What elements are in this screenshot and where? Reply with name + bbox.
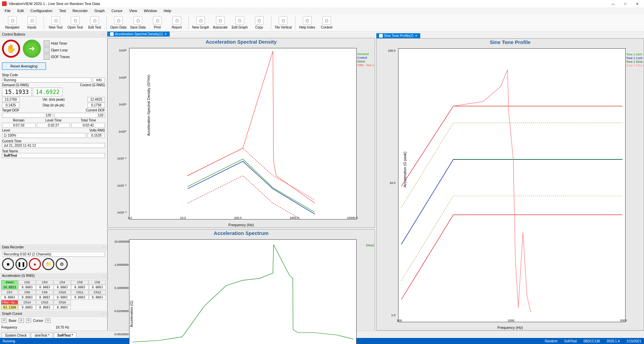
acc-value: 0.0003 [36, 305, 53, 310]
acc-value: 0.0003 [54, 285, 71, 290]
status-running: Running [3, 339, 15, 343]
cursor-next[interactable]: > [45, 318, 51, 323]
toolbar-icon: ▢ [322, 16, 331, 25]
toolbar-print[interactable]: ▢Print [149, 16, 166, 29]
acceleration-table: DirectCh2Ch3Ch4Ch5Ch614.69230.00030.0003… [0, 279, 107, 311]
toolbar-tile-vertical[interactable]: ▢Tile Vertical [275, 16, 292, 29]
stop-button[interactable]: ✋ [2, 40, 20, 58]
idof-traces-checkbox[interactable] [44, 54, 50, 60]
acc-header: Ch7 [1, 290, 18, 295]
close-icon[interactable]: ✕ [415, 34, 418, 38]
menu-window[interactable]: Window [141, 8, 160, 13]
cursor-panel-header: Graph Cursor [0, 311, 107, 317]
toolbar-new-graph[interactable]: ▢New Graph [192, 16, 209, 29]
toolbar-icon: ▢ [8, 16, 17, 25]
acc-value: 0.0003 [71, 295, 88, 300]
acc-header: Ch4 [54, 280, 71, 285]
control-value: 14.6922 [33, 88, 62, 96]
sine-chart[interactable]: Acceleration (G peak) [398, 48, 626, 322]
hold-timer-checkbox[interactable] [44, 40, 50, 46]
toolbar-icon: ▢ [196, 16, 205, 25]
toolbar-icon: ▢ [255, 16, 264, 25]
toolbar-icon: ▢ [71, 16, 79, 25]
menu-view[interactable]: View [126, 8, 140, 13]
cursor-prev[interactable]: < [26, 318, 31, 323]
toolbar-icon: ▢ [114, 16, 123, 25]
recorder-open-button[interactable]: 📁 [42, 258, 54, 270]
spectrum-chart-title: Acceleration Spectrum [108, 230, 375, 237]
recorder-status: Recording 0:02:42 (2 Channels) [2, 252, 105, 257]
menu-configuration[interactable]: Configuration [28, 8, 55, 13]
toolbar-edit-graph[interactable]: ▢Edit Graph [231, 16, 248, 29]
acc-value: 0.0003 [71, 285, 88, 290]
acc-value: 0.0003 [36, 285, 53, 290]
toolbar-inputs[interactable]: ▢Inputs [23, 16, 40, 29]
reset-averaging-button[interactable]: Reset Averaging [2, 62, 46, 70]
chart-icon [379, 34, 383, 38]
menu-graph[interactable]: Graph [92, 8, 108, 13]
tab-sine[interactable]: Sine Tone Profile(2)✕ [376, 33, 420, 38]
menu-edit[interactable]: Edit [15, 8, 26, 13]
close-icon[interactable]: ✕ [164, 33, 167, 36]
menu-recorder[interactable]: Recorder [70, 8, 90, 13]
asd-chart-title: Acceleration Spectral Density [108, 38, 375, 45]
toolbar-icon: ▢ [303, 16, 312, 25]
acc-value: 0.0003 [1, 295, 18, 300]
toolbar-copy[interactable]: ▢Copy [251, 16, 268, 29]
toolbar-context[interactable]: ▢Context [318, 16, 335, 29]
toolbar-help-index[interactable]: ▢Help Index [299, 16, 316, 29]
bottom-tab-sinetest[interactable]: sineTest * [31, 333, 53, 338]
acc-value: 0.0003 [18, 305, 36, 310]
close-button[interactable]: ✕ [633, 1, 642, 7]
recorder-record-button[interactable]: ● [29, 258, 41, 270]
chart-icon [110, 32, 114, 36]
toolbar-edit-test[interactable]: ▢Edit Test [86, 16, 103, 29]
toolbar-save-data[interactable]: ▢Save Data [129, 16, 146, 29]
acc-header: Ch16 [54, 300, 71, 305]
info-button[interactable]: Info [93, 78, 105, 83]
menu-file[interactable]: File [2, 8, 13, 13]
acc-value: 0.0003 [89, 285, 106, 290]
toolbar-open-test[interactable]: ▢Open Test [67, 16, 84, 29]
recorder-pause-button[interactable]: ❚❚ [15, 258, 28, 270]
toolbar-open-data[interactable]: ▢Open Data [110, 16, 127, 29]
demand-value: 15.1933 [2, 88, 32, 96]
recorder-stop-button[interactable]: ■ [2, 258, 14, 270]
sine-chart-title: Sine Tone Profile [377, 39, 644, 46]
titlebar: VibrationVIEW 2020.1 - Live Sine on Rand… [0, 0, 644, 7]
menu-test[interactable]: Test [56, 8, 68, 13]
toolbar-icon: ▢ [90, 16, 99, 25]
acc-header: Ch3 [36, 280, 53, 285]
menu-help[interactable]: Help [161, 8, 174, 13]
asd-chart[interactable]: Acceleration Spectral Density (G²/Hz) [129, 48, 357, 219]
toolbar-new-test[interactable]: ▢New Test [47, 16, 64, 29]
acc-value: 0.0003 [36, 295, 53, 300]
menu-cursor[interactable]: Cursor [109, 8, 125, 13]
open-loop-checkbox[interactable] [44, 47, 50, 53]
toolbar-icon: ▢ [172, 16, 181, 25]
acc-header: Ch10 [54, 290, 71, 295]
acc-header: Filter - bo... [1, 300, 18, 305]
cursor-base-next[interactable]: > [18, 318, 24, 323]
toolbar-report[interactable]: ▢Report [168, 16, 185, 29]
bottom-tab-sortest[interactable]: SoRTest * [54, 333, 77, 338]
toolbar-navigator[interactable]: ▢Navigator [4, 16, 21, 29]
app-title: VibrationVIEW 2020.1 - Live Sine on Rand… [9, 2, 100, 6]
tab-asd[interactable]: Acceleration Spectral Density(1)✕ [107, 32, 170, 37]
recorder-settings-button[interactable]: ⚙ [56, 258, 68, 270]
acc-header: Ch14 [18, 300, 36, 305]
recorder-panel-header: Data Recorder [0, 244, 107, 250]
bottom-tab-systemcheck[interactable]: System Check [1, 333, 30, 338]
maximize-button[interactable]: □ [621, 1, 630, 7]
acc-header: Ch9 [36, 290, 53, 295]
minimize-button[interactable]: — [608, 1, 618, 7]
menubar: FileEditConfigurationTestRecorderGraphCu… [0, 7, 644, 14]
spectrum-chart[interactable]: Acceleration (G) [129, 239, 357, 344]
acc-header: Ch5 [71, 280, 88, 285]
cursor-base-prev[interactable]: < [1, 318, 7, 323]
acc-value: 0.0003 [54, 305, 71, 310]
acc-value: 14.6923 [1, 285, 18, 290]
toolbar-autoscale[interactable]: ▢Autoscale [212, 16, 229, 29]
acc-header: Ch8 [18, 290, 36, 295]
run-button[interactable]: ➜ [23, 40, 41, 58]
